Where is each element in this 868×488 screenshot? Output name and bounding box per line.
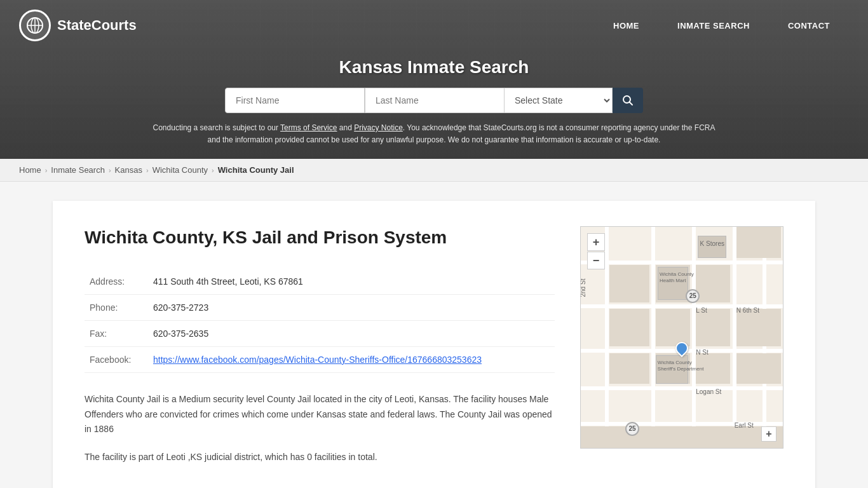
search-button[interactable] xyxy=(613,88,643,113)
facebook-value: https://www.facebook.com/pages/Wichita-C… xyxy=(148,346,555,372)
map-label-lst: L St xyxy=(696,307,707,314)
fax-value: 620-375-2635 xyxy=(148,320,555,346)
map-label-sheriff: Wichita CountySheriff's Department xyxy=(658,360,704,372)
table-row: Phone: 620-375-2723 xyxy=(85,294,555,320)
breadcrumb-sep-4: › xyxy=(212,166,214,174)
address-label: Address: xyxy=(85,269,148,295)
map-pin-circle xyxy=(673,339,691,357)
map-block-9 xyxy=(609,353,650,384)
breadcrumb-sep-2: › xyxy=(109,166,111,174)
map-label-kstores: K Stores xyxy=(700,240,724,247)
facebook-link[interactable]: https://www.facebook.com/pages/Wichita-C… xyxy=(153,355,482,365)
table-row: Address: 411 South 4th Street, Leoti, KS… xyxy=(85,269,555,295)
breadcrumb-state[interactable]: Kansas xyxy=(115,165,142,175)
phone-value: 620-375-2723 xyxy=(148,294,555,320)
map-block-12 xyxy=(736,353,781,384)
road-l-st xyxy=(581,261,783,264)
breadcrumb-home[interactable]: Home xyxy=(19,165,41,175)
nav-home[interactable]: HOME xyxy=(594,0,658,51)
map-expand-area: + xyxy=(761,426,776,442)
last-name-input[interactable] xyxy=(365,88,505,113)
breadcrumb: Home › Inmate Search › Kansas › Wichita … xyxy=(0,159,868,182)
breadcrumb-sep-1: › xyxy=(45,166,48,174)
svg-line-5 xyxy=(630,102,633,105)
road-2nd-st xyxy=(605,227,609,448)
table-row: Fax: 620-375-2635 xyxy=(85,320,555,346)
content-left: Wichita County, KS Jail and Prison Syste… xyxy=(85,226,555,478)
map-zoom-controls: + − xyxy=(587,233,605,269)
search-bar: Select State AlabamaAlaskaArizona Arkans… xyxy=(13,88,855,113)
search-hero: Kansas Inmate Search Select State Alabam… xyxy=(0,51,868,159)
content-right: Wichita CountyHealth Mart K Stores L St … xyxy=(580,226,783,478)
fax-label: Fax: xyxy=(85,320,148,346)
zoom-out-button[interactable]: − xyxy=(587,252,605,269)
disclaimer-text: Conducting a search is subject to our Te… xyxy=(148,122,720,146)
terms-link[interactable]: Terms of Service xyxy=(280,123,337,132)
road-mid-v xyxy=(651,227,655,448)
hero-title: Kansas Inmate Search xyxy=(13,57,855,78)
map-label-nst: N St xyxy=(696,349,708,356)
road-4th-st xyxy=(692,227,696,448)
road-logan-st xyxy=(581,386,783,390)
map-label-6thst: N 6th St xyxy=(736,307,759,314)
map-expand-button[interactable]: + xyxy=(761,426,776,442)
privacy-link[interactable]: Privacy Notice xyxy=(354,123,403,132)
logo-icon xyxy=(19,10,51,41)
nav-inmate-search[interactable]: INMATE SEARCH xyxy=(658,0,769,51)
facebook-label: Facebook: xyxy=(85,346,148,372)
map-pin xyxy=(675,342,688,360)
phone-label: Phone: xyxy=(85,294,148,320)
first-name-input[interactable] xyxy=(225,88,365,113)
description-2: The facility is part of Leoti ,KS judici… xyxy=(85,450,555,465)
map-label-loganst: Logan St xyxy=(696,388,721,395)
map-block-4 xyxy=(736,227,781,258)
map-block-6 xyxy=(656,309,690,346)
breadcrumb-inmate-search[interactable]: Inmate Search xyxy=(51,165,105,175)
nav-links: HOME INMATE SEARCH CONTACT xyxy=(594,0,849,51)
map-block-8 xyxy=(736,309,781,346)
road-6th-st xyxy=(733,227,736,448)
map-label-health: Wichita CountyHealth Mart xyxy=(660,271,694,283)
map-route-25-bottom: 25 xyxy=(625,422,639,436)
header-content: StateCourts HOME INMATE SEARCH CONTACT K… xyxy=(0,0,868,159)
info-table: Address: 411 South 4th Street, Leoti, KS… xyxy=(85,269,555,373)
header: StateCourts HOME INMATE SEARCH CONTACT K… xyxy=(0,0,868,159)
map-label-2ndst: 2nd St xyxy=(580,278,587,297)
zoom-in-button[interactable]: + xyxy=(587,233,605,251)
breadcrumb-county[interactable]: Wichita County xyxy=(153,165,208,175)
description-1: Wichita County Jail is a Medium security… xyxy=(85,392,555,437)
logo[interactable]: StateCourts xyxy=(19,10,137,41)
map-label-earl: Earl St xyxy=(735,422,754,429)
address-value: 411 South 4th Street, Leoti, KS 67861 xyxy=(148,269,555,295)
nav-contact[interactable]: CONTACT xyxy=(769,0,849,51)
breadcrumb-sep-3: › xyxy=(146,166,149,174)
map-block-7 xyxy=(696,309,730,346)
table-row: Facebook: https://www.facebook.com/pages… xyxy=(85,346,555,372)
breadcrumb-current: Wichita County Jail xyxy=(218,165,294,175)
map-block-bottom xyxy=(581,426,783,449)
map-block-1 xyxy=(609,265,650,302)
state-select[interactable]: Select State AlabamaAlaskaArizona Arkans… xyxy=(505,88,613,113)
map-container: Wichita CountyHealth Mart K Stores L St … xyxy=(580,226,783,449)
site-name: StateCourts xyxy=(57,17,137,34)
main-container: Wichita County, KS Jail and Prison Syste… xyxy=(53,201,815,488)
navbar: StateCourts HOME INMATE SEARCH CONTACT xyxy=(0,0,868,51)
map-block-3 xyxy=(696,265,730,302)
page-title: Wichita County, KS Jail and Prison Syste… xyxy=(85,226,555,249)
map-block-5 xyxy=(609,309,650,346)
